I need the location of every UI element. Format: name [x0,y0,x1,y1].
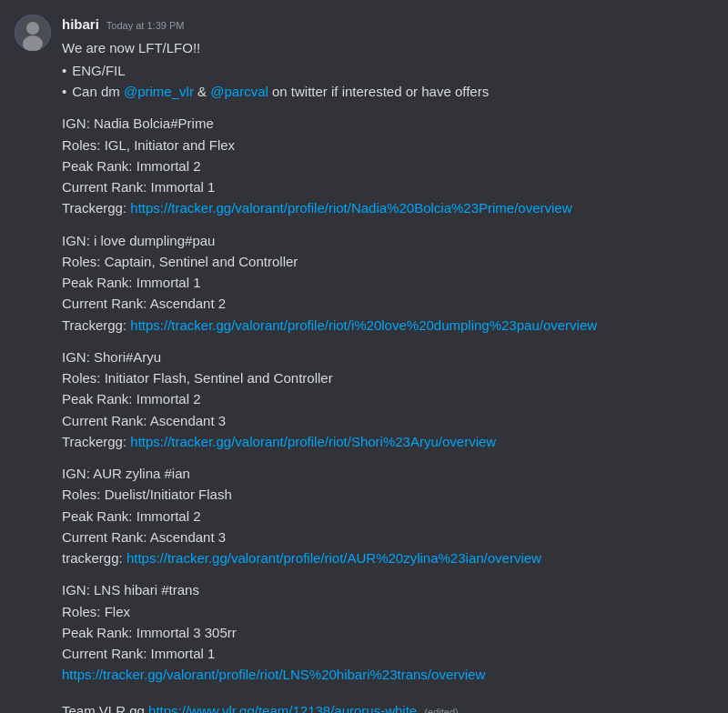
player-5-roles: Roles: Flex [62,601,713,622]
mention-parcval: @parcval [210,84,268,99]
player-5-ign: IGN: LNS hibari #trans [62,579,713,600]
player-3-tracker-link[interactable]: https://tracker.gg/valorant/profile/riot… [130,434,496,449]
player-1-ign: IGN: Nadia Bolcia#Prime [62,113,713,134]
player-1-tracker: Trackergg: https://tracker.gg/valorant/p… [62,197,713,218]
player-4-tracker: trackergg: https://tracker.gg/valorant/p… [62,547,713,568]
player-1-roles: Roles: IGL, Initiator and Flex [62,135,713,156]
player-1: IGN: Nadia Bolcia#Prime Roles: IGL, Init… [62,113,713,218]
message-header: hibari Today at 1:39 PM [62,15,713,35]
team-line: Team VLR.gg https://www.vlr.gg/team/1213… [62,700,713,714]
bullet-item-1: ENG/FIL [62,60,713,81]
player-5: IGN: LNS hibari #trans Roles: Flex Peak … [62,579,713,685]
svg-point-1 [26,22,39,35]
edited-label: (edited) [424,707,458,714]
player-2-tracker-link[interactable]: https://tracker.gg/valorant/profile/riot… [130,317,597,333]
player-4-roles: Roles: Duelist/Initiator Flash [62,484,713,505]
player-5-tracker-link[interactable]: https://tracker.gg/valorant/profile/riot… [62,667,485,682]
player-3: IGN: Shori#Aryu Roles: Initiator Flash, … [62,346,713,452]
username: hibari [62,15,99,35]
player-4: IGN: AUR zylina #ian Roles: Duelist/Init… [62,463,713,568]
player-3-current: Current Rank: Ascendant 3 [62,410,713,431]
player-5-peak: Peak Rank: Immortal 3 305rr [62,622,713,643]
bullet-list: ENG/FIL Can dm @prime_vlr & @parcval on … [62,60,713,103]
player-2-roles: Roles: Captain, Sentinel and Controller [62,251,713,272]
player-3-ign: IGN: Shori#Aryu [62,346,713,367]
message: hibari Today at 1:39 PM We are now LFT/L… [0,0,728,713]
avatar [15,15,51,51]
player-4-ign: IGN: AUR zylina #ian [62,463,713,484]
team-label: Team VLR.gg [62,703,145,714]
player-2-tracker: Trackergg: https://tracker.gg/valorant/p… [62,315,713,336]
player-5-tracker: https://tracker.gg/valorant/profile/riot… [62,664,713,685]
player-2-peak: Peak Rank: Immortal 1 [62,272,713,293]
bullet-item-2: Can dm @prime_vlr & @parcval on twitter … [62,81,713,102]
player-5-current: Current Rank: Immortal 1 [62,643,713,664]
player-2-ign: IGN: i love dumpling#pau [62,230,713,251]
intro-text: We are now LFT/LFO!! [62,37,713,58]
bullet-text-1: ENG/FIL [72,60,125,81]
team-link[interactable]: https://www.vlr.gg/team/12138/aurorus-wh… [148,703,417,714]
player-3-roles: Roles: Initiator Flash, Sentinel and Con… [62,367,713,388]
player-4-current: Current Rank: Ascendant 3 [62,527,713,547]
player-1-current: Current Rank: Immortal 1 [62,176,713,197]
message-body: We are now LFT/LFO!! ENG/FIL Can dm @pri… [62,37,713,714]
mention-prime: @prime_vlr [124,84,194,99]
player-2-current: Current Rank: Ascendant 2 [62,293,713,314]
bullet-text-2: Can dm @prime_vlr & @parcval on twitter … [72,81,489,102]
player-2: IGN: i love dumpling#pau Roles: Captain,… [62,230,713,336]
timestamp: Today at 1:39 PM [106,18,185,34]
player-4-tracker-link[interactable]: https://tracker.gg/valorant/profile/riot… [126,550,541,566]
player-1-tracker-link[interactable]: https://tracker.gg/valorant/profile/riot… [130,200,571,216]
player-3-peak: Peak Rank: Immortal 2 [62,388,713,409]
player-4-peak: Peak Rank: Immortal 2 [62,506,713,527]
player-3-tracker: Trackergg: https://tracker.gg/valorant/p… [62,431,713,452]
message-content: hibari Today at 1:39 PM We are now LFT/L… [62,15,713,713]
player-1-peak: Peak Rank: Immortal 2 [62,156,713,176]
